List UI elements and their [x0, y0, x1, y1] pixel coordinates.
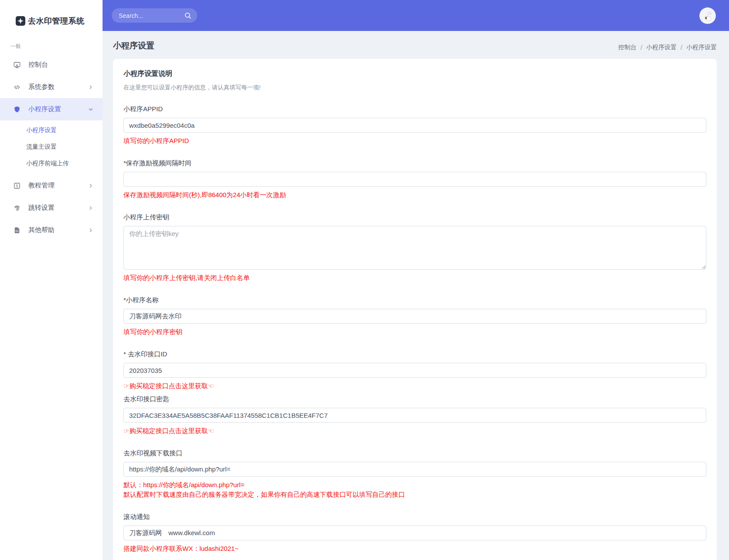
scroll-notice-input[interactable]	[123, 526, 706, 540]
dollar-square-icon: $	[13, 182, 21, 190]
sidebar-item-console[interactable]: 控制台	[0, 54, 103, 76]
field-label: * 去水印接口ID	[123, 350, 706, 359]
field-helper: 默认配置时下载速度由自己的服务器带宽决定，如果你有自己的高速下载接口可以填写自己…	[123, 490, 706, 499]
sidebar-subitem-frontend-upload[interactable]: 小程序前端上传	[0, 155, 103, 172]
sidebar-item-tutorial-management[interactable]: $ 教程管理	[0, 174, 103, 197]
field-label: 去水印视频下载接口	[123, 449, 706, 458]
field-label: 滚动通知	[123, 513, 706, 521]
chevron-down-icon	[88, 106, 94, 113]
download-api-input[interactable]	[123, 462, 706, 477]
sidebar-item-jump-settings[interactable]: 跳转设置	[0, 197, 103, 219]
sidebar-item-label: 小程序设置	[28, 105, 88, 113]
sidebar-item-miniprogram-settings[interactable]: 小程序设置	[0, 98, 103, 120]
sidebar-section-label: 一般	[0, 26, 103, 50]
breadcrumb: 控制台 / 小程序设置 / 小程序设置	[618, 44, 717, 51]
field-helper: 搭建同款小程序联系WX：ludashi2021~	[123, 544, 706, 553]
breadcrumb-current: 小程序设置	[686, 44, 717, 51]
field-label: 去水印接口密匙	[123, 395, 706, 403]
buy-api-link[interactable]: ☞购买稳定接口点击这里获取☜	[123, 426, 706, 436]
breadcrumb-separator: /	[640, 44, 642, 51]
miniprogram-name-input[interactable]	[123, 309, 706, 324]
field-helper: 保存激励视频间隔时间(秒),即86400为24小时看一次激励	[123, 190, 706, 200]
breadcrumb-console[interactable]: 控制台	[618, 44, 637, 51]
api-id-input[interactable]	[123, 363, 706, 378]
buy-api-link[interactable]: ☞购买稳定接口点击这里获取☜	[123, 381, 706, 391]
search-icon[interactable]	[184, 11, 192, 20]
api-secret-input[interactable]	[123, 408, 706, 423]
appid-input[interactable]	[123, 118, 706, 133]
sidebar-item-system-params[interactable]: 系统参数	[0, 76, 103, 98]
topbar	[103, 0, 729, 31]
sidebar-item-label: 跳转设置	[28, 204, 88, 212]
field-label: 小程序上传密钥	[123, 213, 706, 222]
field-miniprogram-name: *小程序名称 填写你的小程序密钥	[123, 296, 706, 337]
sidebar-subnav: 小程序设置 流量主设置 小程序前端上传	[0, 120, 103, 174]
sidebar-item-label: 系统参数	[28, 83, 88, 91]
sidebar-item-label: 其他帮助	[28, 226, 88, 234]
field-label: 小程序APPID	[123, 105, 706, 113]
card-subheading: 在这里您可以设置小程序的信息，请认真填写每一项!	[123, 84, 706, 92]
monitor-icon	[13, 61, 21, 69]
fingerprint-icon	[13, 204, 21, 212]
breadcrumb-separator: /	[681, 44, 682, 51]
file-code-icon	[13, 226, 21, 234]
reward-interval-input[interactable]	[123, 172, 706, 187]
field-helper: 填写你的小程序上传密钥,请关闭上传白名单	[123, 273, 706, 283]
field-helper: 填写你的小程序密钥	[123, 327, 706, 337]
field-scroll-notice: 滚动通知 搭建同款小程序联系WX：ludashi2021~	[123, 513, 706, 553]
chevron-right-icon	[88, 227, 94, 233]
app-title: 去水印管理系统	[28, 16, 85, 26]
chevron-right-icon	[88, 183, 94, 189]
field-api-id: * 去水印接口ID ☞购买稳定接口点击这里获取☜	[123, 350, 706, 391]
sidebar-item-label: 教程管理	[28, 181, 88, 190]
svg-text:$: $	[16, 184, 18, 188]
app-logo: 去水印管理系统	[0, 0, 103, 26]
field-upload-key: 小程序上传密钥 填写你的小程序上传密钥,请关闭上传白名单	[123, 213, 706, 283]
field-helper: 填写你的小程序APPID	[123, 136, 706, 146]
breadcrumb-miniprogram-settings[interactable]: 小程序设置	[646, 44, 677, 51]
sidebar-nav: 控制台 系统参数 小程序设置 小程序设置 流量主设置 小程序前端上传	[0, 54, 103, 241]
field-appid: 小程序APPID 填写你的小程序APPID	[123, 105, 706, 146]
card-heading: 小程序设置说明	[123, 69, 706, 79]
field-download-api: 去水印视频下载接口 默认：https://你的域名/api/down.php?u…	[123, 449, 706, 499]
page-header: 小程序设置 控制台 / 小程序设置 / 小程序设置	[103, 31, 729, 51]
upload-key-textarea[interactable]	[123, 226, 706, 270]
code-icon	[13, 83, 21, 91]
sidebar-item-label: 控制台	[28, 61, 94, 69]
field-label: *小程序名称	[123, 296, 706, 304]
search-box	[112, 8, 197, 23]
field-helper: 默认：https://你的域名/api/down.php?url=	[123, 480, 706, 490]
main-content: 小程序设置 控制台 / 小程序设置 / 小程序设置 小程序设置说明 在这里您可以…	[103, 31, 729, 560]
search-input[interactable]	[112, 8, 213, 23]
shield-icon	[13, 106, 21, 113]
sidebar-subitem-traffic-settings[interactable]: 流量主设置	[0, 139, 103, 155]
field-api-secret: 去水印接口密匙 ☞购买稳定接口点击这里获取☜	[123, 395, 706, 436]
sidebar-subitem-miniprogram-settings[interactable]: 小程序设置	[0, 122, 103, 139]
field-label: *保存激励视频间隔时间	[123, 159, 706, 167]
logo-icon	[16, 16, 25, 26]
sidebar: 去水印管理系统 一般 控制台 系统参数 小程序设置	[0, 0, 103, 560]
chevron-right-icon	[88, 205, 94, 211]
sidebar-item-other-help[interactable]: 其他帮助	[0, 219, 103, 241]
chevron-right-icon	[88, 84, 94, 90]
avatar[interactable]	[699, 7, 716, 24]
settings-card: 小程序设置说明 在这里您可以设置小程序的信息，请认真填写每一项! 小程序APPI…	[113, 59, 717, 560]
page-title: 小程序设置	[113, 40, 154, 51]
field-reward-interval: *保存激励视频间隔时间 保存激励视频间隔时间(秒),即86400为24小时看一次…	[123, 159, 706, 200]
